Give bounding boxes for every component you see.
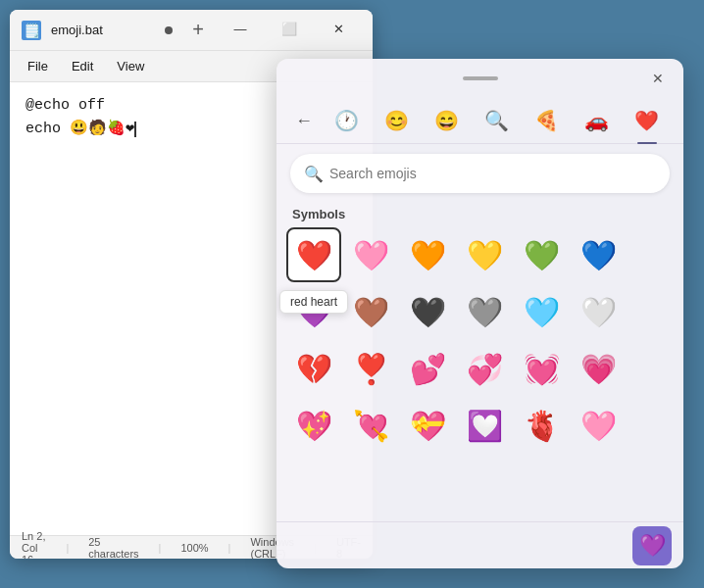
search-icon: 🔍	[304, 165, 324, 183]
emoji-two-hearts[interactable]: 💕	[400, 341, 455, 396]
emoji-grey-heart[interactable]: 🩶	[457, 284, 512, 339]
nav-icon-people[interactable]: 😊	[378, 102, 416, 139]
emoji-white-heart[interactable]: 🤍	[571, 284, 626, 339]
notepad-titlebar: 🗒️ emoji.bat + — ⬜ ✕	[10, 10, 373, 51]
emoji-purple-heart[interactable]: 💜	[286, 284, 341, 339]
emoji-grid: ❤️ red heart 🩷 🧡 💛 💚 💙 💜 🤎 🖤 🩶 🩵 🤍 💔 ❣️ …	[277, 227, 683, 521]
notepad-app-icon: 🗒️	[22, 21, 41, 40]
emoji-row-4: 💖 💘 💝 💟 🫀 🩷	[286, 398, 674, 453]
drag-handle	[463, 76, 498, 80]
bottom-emoji-button[interactable]: 💜	[632, 526, 672, 565]
status-chars: 25 characters	[88, 536, 138, 560]
status-zoom: 100%	[180, 542, 208, 554]
section-label: Symbols	[277, 199, 683, 227]
menu-file[interactable]: File	[18, 55, 58, 77]
emoji-row-3: 💔 ❣️ 💕 💞 💓 💗	[286, 341, 674, 396]
emoji-growing-heart[interactable]: 💗	[571, 341, 626, 396]
nav-icon-travel[interactable]: 🚗	[578, 102, 616, 139]
maximize-button[interactable]: ⬜	[267, 15, 312, 44]
emoji-sparkling-heart[interactable]: 💖	[286, 398, 341, 453]
nav-back-button[interactable]: ←	[288, 105, 320, 136]
emoji-orange-heart[interactable]: 🧡	[400, 227, 455, 282]
emoji-revolving-hearts[interactable]: 💞	[457, 341, 512, 396]
minimize-button[interactable]: —	[218, 15, 263, 44]
picker-nav: ← 🕐 😊 😄 🔍 🍕 🚗 ❤️	[277, 98, 683, 144]
search-input[interactable]	[290, 154, 670, 193]
emoji-pink-heart2[interactable]: 🩷	[571, 398, 626, 453]
notepad-title: emoji.bat	[51, 23, 155, 37]
emoji-row-2: 💜 🤎 🖤 🩶 🩵 🤍	[286, 284, 674, 339]
emoji-black-heart[interactable]: 🖤	[400, 284, 455, 339]
emoji-heart-decoration[interactable]: 💟	[457, 398, 512, 453]
emoji-row-1: ❤️ red heart 🩷 🧡 💛 💚 💙	[286, 227, 674, 282]
new-tab-button[interactable]: +	[182, 15, 214, 46]
unsaved-indicator	[165, 26, 173, 34]
search-box: 🔍	[290, 154, 670, 193]
emoji-blue-heart[interactable]: 💙	[571, 227, 626, 282]
titlebar-controls: + — ⬜ ✕	[182, 15, 361, 46]
nav-icon-symbols[interactable]: ❤️	[629, 102, 666, 139]
close-button[interactable]: ✕	[316, 15, 361, 44]
nav-icon-nature[interactable]: 🔍	[478, 102, 516, 139]
emoji-brown-heart[interactable]: 🤎	[343, 284, 398, 339]
emoji-green-heart[interactable]: 💚	[514, 227, 569, 282]
emoji-beating-heart[interactable]: 💓	[514, 341, 569, 396]
emoji-yellow-heart[interactable]: 💛	[457, 227, 512, 282]
picker-titlebar: ✕	[277, 59, 683, 98]
menu-view[interactable]: View	[107, 55, 154, 77]
emoji-light-blue-heart[interactable]: 🩵	[514, 284, 569, 339]
nav-icons: 🕐 😊 😄 🔍 🍕 🚗 ❤️	[322, 102, 672, 139]
emoji-ribbon-heart[interactable]: 💝	[400, 398, 455, 453]
emoji-broken-heart[interactable]: 💔	[286, 341, 341, 396]
emoji-picker: ✕ ← 🕐 😊 😄 🔍 🍕 🚗 ❤️ 🔍 Symbols ❤️ red hear…	[277, 59, 683, 568]
cursor	[134, 121, 136, 137]
picker-bottom-bar: 💜	[277, 521, 683, 568]
emoji-red-heart[interactable]: ❤️ red heart	[286, 227, 341, 282]
picker-close-button[interactable]: ✕	[644, 65, 672, 92]
nav-icon-food[interactable]: 🍕	[528, 102, 566, 139]
nav-icon-faces[interactable]: 😄	[428, 102, 466, 139]
emoji-heart-exclamation[interactable]: ❣️	[343, 341, 398, 396]
nav-icon-recent[interactable]: 🕐	[328, 102, 366, 139]
emoji-anatomical-heart[interactable]: 🫀	[514, 398, 569, 453]
emoji-cupid[interactable]: 💘	[343, 398, 398, 453]
menu-edit[interactable]: Edit	[62, 55, 103, 77]
status-position: Ln 2, Col 16	[22, 530, 46, 560]
emoji-pink-heart[interactable]: 🩷	[343, 227, 398, 282]
